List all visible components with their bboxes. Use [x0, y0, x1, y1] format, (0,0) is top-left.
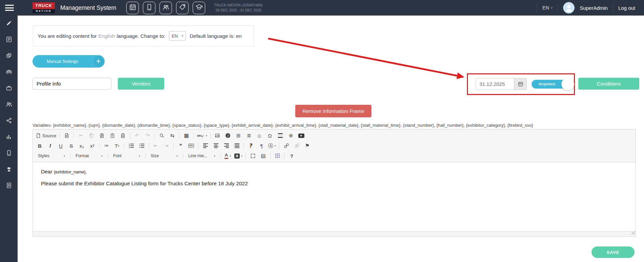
section-name-input[interactable]	[33, 78, 111, 90]
replace-button[interactable]: ⇆	[167, 132, 177, 140]
toolbar-separator	[145, 153, 146, 159]
page-break-button[interactable]	[276, 132, 285, 140]
bg-color-button[interactable]: A▾	[233, 152, 243, 160]
resize-grip[interactable]	[631, 230, 635, 236]
bg-color-icon: A	[234, 153, 240, 159]
flash-button[interactable]: ƒ	[223, 132, 233, 140]
blockquote-button[interactable]: ❝	[176, 142, 186, 150]
grid-button[interactable]	[273, 152, 282, 160]
show-blocks-button[interactable]: ▤	[258, 152, 268, 160]
app-logo[interactable]: TRUCK NATION	[33, 2, 55, 13]
menu-icon[interactable]	[5, 5, 14, 11]
bulleted-list-button[interactable]	[137, 142, 147, 150]
manual-settings-button[interactable]: Manual Settings +	[33, 55, 105, 68]
language-button[interactable]: Ⓐ▾	[267, 142, 277, 150]
svg-text:T: T	[111, 135, 113, 138]
maximize-button[interactable]	[248, 152, 258, 160]
font-dropdown[interactable]: Font▾	[110, 152, 143, 160]
align-left-button[interactable]	[200, 142, 210, 150]
image-button[interactable]	[213, 132, 222, 140]
horizontal-rule-button[interactable]: ≣	[244, 132, 254, 140]
remove-format-button[interactable]: Tx	[112, 142, 122, 150]
youtube-button[interactable]: ▶	[297, 132, 306, 140]
strikethrough-icon: S	[69, 143, 73, 149]
conditions-button[interactable]: Conditions	[578, 78, 639, 90]
iframe-button[interactable]: ⊕	[286, 132, 296, 140]
italic-button[interactable]: I	[45, 142, 55, 150]
vendors-button[interactable]: Vendors	[118, 78, 164, 90]
select-all-button[interactable]: ▩	[181, 132, 191, 140]
anchor-button[interactable]: ⚑	[302, 142, 312, 150]
sidebar-item-document[interactable]	[0, 178, 18, 194]
line-height-dropdown[interactable]: Line Hei...▾	[185, 152, 218, 160]
header-users-button[interactable]	[159, 2, 172, 14]
sidebar-item-tags[interactable]	[0, 48, 18, 64]
language-select[interactable]: EN ˅	[169, 31, 186, 41]
logout-button[interactable]: Log out	[618, 5, 635, 11]
copy-formatting-button[interactable]: ✑	[102, 142, 111, 150]
avatar[interactable]	[563, 2, 575, 14]
styles-dropdown[interactable]: Styles▾	[35, 152, 68, 160]
caret-icon: ▾	[139, 154, 140, 158]
numbered-list-icon	[129, 143, 134, 148]
copy-formatting-icon: ✑	[104, 143, 109, 149]
sidebar-item-mobile[interactable]	[0, 145, 18, 162]
superscript-button[interactable]: x²	[87, 142, 97, 150]
bold-button[interactable]: B	[35, 142, 45, 150]
align-center-button[interactable]	[211, 142, 221, 150]
editor-content[interactable]: Dear {exhibitor_name}, Please submit the…	[33, 162, 636, 231]
bidi-rtl-button[interactable]: ¶	[257, 142, 266, 150]
numbered-list-button[interactable]	[126, 142, 136, 150]
justify-button[interactable]	[232, 142, 242, 150]
bidi-ltr-button[interactable]: ⁋	[246, 142, 256, 150]
sidebar-item-form[interactable]	[0, 32, 18, 48]
new-page-button[interactable]	[62, 132, 71, 140]
table-button[interactable]: ⊞	[234, 132, 243, 140]
deadline-date-input[interactable]	[476, 78, 514, 90]
sidebar-item-podium[interactable]	[0, 162, 18, 178]
user-name[interactable]: SuperAdmin	[580, 5, 608, 11]
paste-text-button[interactable]: T	[107, 132, 117, 140]
toggle-knob[interactable]	[561, 78, 574, 91]
sidebar-item-share[interactable]	[0, 113, 18, 129]
document-icon	[6, 182, 12, 190]
sidebar-item-briefcase[interactable]	[0, 80, 18, 97]
unlink-icon	[295, 143, 299, 148]
header-mobile-button[interactable]	[143, 2, 155, 14]
show-blocks-icon: ▤	[261, 153, 265, 159]
header-education-button[interactable]	[193, 2, 205, 14]
paste-button[interactable]	[97, 132, 107, 140]
link-button[interactable]	[281, 142, 291, 150]
paste-word-button[interactable]: W	[118, 132, 128, 140]
align-right-button[interactable]	[221, 142, 231, 150]
header-tag-button[interactable]	[176, 2, 189, 14]
source-button[interactable]: Source	[35, 132, 57, 140]
size-dropdown[interactable]: Size▾	[148, 152, 181, 160]
smiley-button[interactable]: ☺	[255, 132, 264, 140]
toolbar-row-2: BIUSx₂x²✑Tx⇤⇥❝DIV⁋¶Ⓐ▾⚑	[35, 141, 634, 151]
spellcheck-button[interactable]: ABC✓▾	[196, 132, 208, 140]
required-toggle[interactable]: REQUIRED	[532, 80, 572, 89]
remove-information-frame-button[interactable]: Remove Information Frame	[295, 105, 371, 117]
header-language-selector[interactable]: EN ˅	[542, 5, 553, 10]
plus-icon[interactable]: +	[92, 55, 105, 68]
sidebar-item-stats[interactable]	[0, 129, 18, 145]
sidebar-item-users[interactable]	[0, 97, 18, 113]
text-color-button[interactable]: A▾	[223, 152, 233, 160]
sidebar-item-edit[interactable]	[0, 16, 18, 32]
find-button[interactable]	[157, 132, 167, 140]
format-dropdown[interactable]: Format▾	[72, 152, 106, 160]
save-button[interactable]: SAVE	[592, 246, 635, 258]
calendar-addon-button[interactable]	[514, 78, 527, 90]
subscript-button[interactable]: x₂	[77, 142, 87, 150]
div-container-button[interactable]: DIV	[186, 142, 196, 150]
briefcase-icon	[6, 85, 12, 93]
caret-icon: ▾	[214, 154, 215, 158]
calendar-icon	[518, 81, 523, 87]
about-button[interactable]: ?	[287, 152, 297, 160]
strikethrough-button[interactable]: S	[66, 142, 76, 150]
header-calendar-button[interactable]	[126, 2, 139, 14]
underline-button[interactable]: U	[56, 142, 66, 150]
sidebar-item-users-group[interactable]	[0, 64, 18, 80]
special-char-button[interactable]: Ω	[265, 132, 275, 140]
